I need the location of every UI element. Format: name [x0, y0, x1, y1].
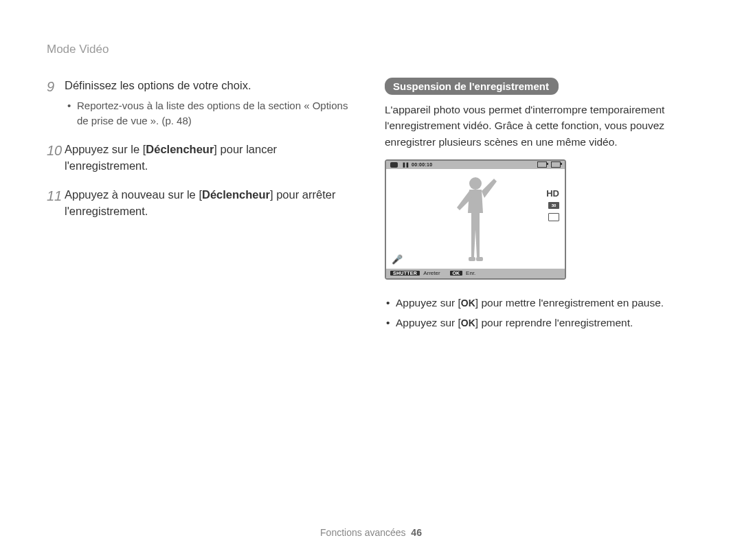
- step-number: 9: [47, 78, 65, 95]
- step-text-before: Appuyez à nouveau sur le [: [65, 188, 202, 201]
- bullet-text-before: Appuyez sur [: [396, 317, 461, 328]
- breadcrumb: Mode Vidéo: [47, 43, 109, 56]
- step-10: 10 Appuyez sur le [Déclencheur] pour lan…: [47, 142, 359, 175]
- storage-icon: [548, 213, 559, 221]
- bullet-text-after: ] pour reprendre l'enregistrement.: [475, 317, 633, 328]
- svg-rect-2: [476, 257, 483, 261]
- svg-point-0: [469, 177, 482, 190]
- bullet-pause: Appuyez sur [OK] pour mettre l'enregistr…: [385, 295, 697, 312]
- left-column: 9 Définissez les options de votre choix.…: [47, 78, 359, 232]
- step-bold: Déclencheur: [146, 143, 214, 155]
- camcorder-icon: [390, 162, 398, 168]
- intro-paragraph: L'appareil photo vous permet d'interromp…: [385, 102, 697, 150]
- ok-inline: OK: [461, 298, 475, 309]
- step-text: Définissez les options de votre choix.: [65, 79, 251, 91]
- right-column: Suspension de l'enregistrement L'apparei…: [385, 78, 697, 334]
- step-text-before: Appuyez sur le [: [65, 143, 146, 155]
- footer-page-number: 46: [411, 527, 422, 538]
- step-9: 9 Définissez les options de votre choix.…: [47, 78, 359, 129]
- step-number: 11: [47, 187, 65, 204]
- ok-instructions: Appuyez sur [OK] pour mettre l'enregistr…: [385, 295, 697, 332]
- svg-rect-1: [469, 257, 475, 261]
- battery-icon: [551, 161, 561, 168]
- person-silhouette-icon: [451, 175, 499, 265]
- page-footer: Fonctions avancées 46: [0, 527, 742, 538]
- bullet-text-before: Appuyez sur [: [396, 297, 461, 309]
- lcd-top-bar: ❚❚ 00:00:10: [386, 161, 565, 169]
- fps-icon: 30: [548, 202, 559, 209]
- footer-section: Fonctions avancées: [320, 527, 406, 538]
- shutter-label: SHUTTER: [390, 271, 420, 276]
- card-icon: [537, 161, 547, 168]
- ok-label: OK: [450, 271, 463, 276]
- lcd-timecode: 00:00:10: [412, 162, 432, 167]
- manual-page: Mode Vidéo 9 Définissez les options de v…: [0, 0, 742, 560]
- pause-icon: ❚❚: [402, 162, 409, 168]
- lcd-screenshot: ❚❚ 00:00:10 HD 30: [385, 159, 566, 280]
- hd-label: HD: [546, 188, 559, 199]
- bullet-text-after: ] pour mettre l'enregistrement en pause.: [475, 297, 664, 309]
- mic-icon: 🎤: [392, 254, 403, 265]
- shutter-text: Arreter: [423, 270, 440, 276]
- lcd-main-area: HD 30 🎤: [386, 169, 565, 269]
- step-sub-bullet: Reportez-vous à la liste des options de …: [65, 98, 359, 129]
- step-number: 10: [47, 142, 65, 159]
- section-pill: Suspension de l'enregistrement: [385, 78, 559, 95]
- lcd-bottom-bar: SHUTTER Arreter OK Enr.: [386, 269, 565, 278]
- ok-text: Enr.: [466, 270, 475, 276]
- ok-inline: OK: [461, 317, 475, 328]
- step-11: 11 Appuyez à nouveau sur le [Déclencheur…: [47, 187, 359, 220]
- step-bold: Déclencheur: [202, 188, 270, 201]
- bullet-resume: Appuyez sur [OK] pour reprendre l'enregi…: [385, 315, 697, 332]
